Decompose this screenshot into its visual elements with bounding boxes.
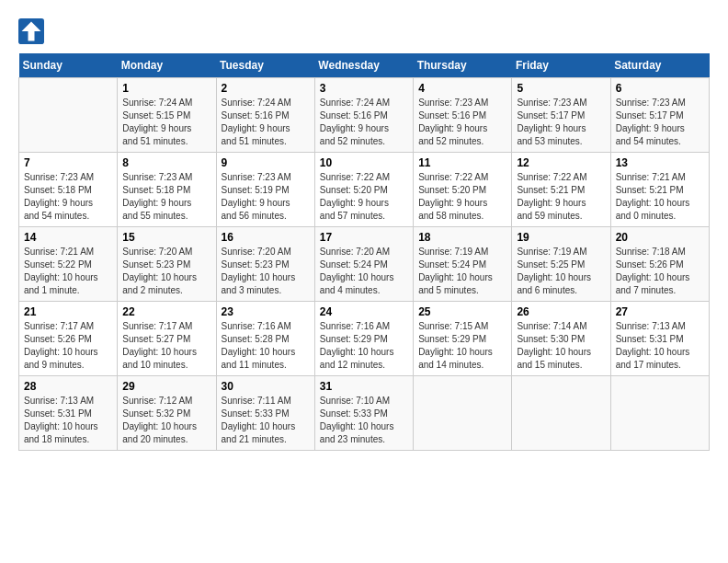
day-info: Sunrise: 7:23 AM Sunset: 5:17 PM Dayligh… [517, 97, 605, 148]
day-info: Sunrise: 7:19 AM Sunset: 5:25 PM Dayligh… [517, 246, 605, 297]
logo-icon [18, 18, 44, 44]
calendar-cell: 11Sunrise: 7:22 AM Sunset: 5:20 PM Dayli… [414, 153, 512, 227]
day-info: Sunrise: 7:17 AM Sunset: 5:27 PM Dayligh… [122, 320, 210, 372]
day-info: Sunrise: 7:20 AM Sunset: 5:24 PM Dayligh… [320, 246, 408, 297]
calendar-cell: 2Sunrise: 7:24 AM Sunset: 5:16 PM Daylig… [216, 78, 314, 153]
day-info: Sunrise: 7:21 AM Sunset: 5:22 PM Dayligh… [24, 246, 112, 297]
calendar-cell: 31Sunrise: 7:10 AM Sunset: 5:33 PM Dayli… [314, 376, 413, 451]
day-info: Sunrise: 7:23 AM Sunset: 5:18 PM Dayligh… [122, 171, 210, 223]
day-info: Sunrise: 7:13 AM Sunset: 5:31 PM Dayligh… [616, 320, 704, 372]
day-number: 12 [517, 156, 605, 169]
calendar-cell: 10Sunrise: 7:22 AM Sunset: 5:20 PM Dayli… [314, 153, 413, 227]
calendar-cell: 25Sunrise: 7:15 AM Sunset: 5:29 PM Dayli… [414, 302, 512, 376]
logo [18, 18, 48, 44]
calendar-week-0: 1Sunrise: 7:24 AM Sunset: 5:15 PM Daylig… [19, 78, 710, 153]
day-info: Sunrise: 7:20 AM Sunset: 5:23 PM Dayligh… [122, 246, 210, 297]
page-header [18, 18, 710, 44]
calendar-cell: 24Sunrise: 7:16 AM Sunset: 5:29 PM Dayli… [314, 302, 413, 376]
calendar-cell: 6Sunrise: 7:23 AM Sunset: 5:17 PM Daylig… [610, 78, 709, 153]
weekday-header-monday: Monday [118, 53, 216, 78]
day-number: 28 [24, 380, 112, 393]
day-number: 24 [320, 305, 408, 318]
day-number: 30 [222, 380, 310, 393]
day-number: 8 [122, 156, 210, 169]
calendar-cell: 12Sunrise: 7:22 AM Sunset: 5:21 PM Dayli… [512, 153, 610, 227]
day-number: 7 [24, 156, 112, 169]
day-number: 25 [418, 305, 506, 318]
calendar-cell: 17Sunrise: 7:20 AM Sunset: 5:24 PM Dayli… [314, 227, 413, 302]
calendar-body: 1Sunrise: 7:24 AM Sunset: 5:15 PM Daylig… [19, 78, 710, 451]
calendar-cell: 15Sunrise: 7:20 AM Sunset: 5:23 PM Dayli… [118, 227, 216, 302]
calendar-cell: 26Sunrise: 7:14 AM Sunset: 5:30 PM Dayli… [512, 302, 610, 376]
day-number: 22 [122, 305, 210, 318]
weekday-header-sunday: Sunday [19, 53, 118, 78]
day-info: Sunrise: 7:14 AM Sunset: 5:30 PM Dayligh… [517, 320, 605, 372]
weekday-header-tuesday: Tuesday [216, 53, 314, 78]
day-info: Sunrise: 7:20 AM Sunset: 5:23 PM Dayligh… [222, 246, 310, 297]
calendar-cell: 30Sunrise: 7:11 AM Sunset: 5:33 PM Dayli… [216, 376, 314, 451]
day-number: 4 [418, 82, 506, 95]
calendar-cell: 4Sunrise: 7:23 AM Sunset: 5:16 PM Daylig… [414, 78, 512, 153]
day-number: 14 [24, 231, 112, 244]
day-number: 9 [222, 156, 310, 169]
day-number: 23 [222, 305, 310, 318]
calendar-cell [512, 376, 610, 451]
day-info: Sunrise: 7:23 AM Sunset: 5:16 PM Dayligh… [418, 97, 506, 148]
calendar-cell [414, 376, 512, 451]
calendar-cell: 29Sunrise: 7:12 AM Sunset: 5:32 PM Dayli… [118, 376, 216, 451]
day-number: 19 [517, 231, 605, 244]
calendar-cell: 18Sunrise: 7:19 AM Sunset: 5:24 PM Dayli… [414, 227, 512, 302]
day-number: 21 [24, 305, 112, 318]
calendar-cell: 21Sunrise: 7:17 AM Sunset: 5:26 PM Dayli… [19, 302, 118, 376]
day-number: 5 [517, 82, 605, 95]
calendar-cell [19, 78, 118, 153]
weekday-header-friday: Friday [512, 53, 610, 78]
day-number: 13 [616, 156, 704, 169]
calendar-cell: 14Sunrise: 7:21 AM Sunset: 5:22 PM Dayli… [19, 227, 118, 302]
day-number: 10 [320, 156, 408, 169]
day-number: 2 [222, 82, 310, 95]
day-number: 6 [616, 82, 704, 95]
calendar-cell: 23Sunrise: 7:16 AM Sunset: 5:28 PM Dayli… [216, 302, 314, 376]
calendar-cell: 27Sunrise: 7:13 AM Sunset: 5:31 PM Dayli… [610, 302, 709, 376]
calendar-cell: 1Sunrise: 7:24 AM Sunset: 5:15 PM Daylig… [118, 78, 216, 153]
day-info: Sunrise: 7:18 AM Sunset: 5:26 PM Dayligh… [616, 246, 704, 297]
day-info: Sunrise: 7:23 AM Sunset: 5:19 PM Dayligh… [222, 171, 310, 223]
day-info: Sunrise: 7:11 AM Sunset: 5:33 PM Dayligh… [222, 395, 310, 446]
day-number: 15 [122, 231, 210, 244]
day-number: 11 [418, 156, 506, 169]
weekday-header-thursday: Thursday [414, 53, 512, 78]
day-info: Sunrise: 7:12 AM Sunset: 5:32 PM Dayligh… [122, 395, 210, 446]
day-info: Sunrise: 7:16 AM Sunset: 5:29 PM Dayligh… [320, 320, 408, 372]
calendar-week-1: 7Sunrise: 7:23 AM Sunset: 5:18 PM Daylig… [19, 153, 710, 227]
calendar-cell: 16Sunrise: 7:20 AM Sunset: 5:23 PM Dayli… [216, 227, 314, 302]
calendar-week-3: 21Sunrise: 7:17 AM Sunset: 5:26 PM Dayli… [19, 302, 710, 376]
day-info: Sunrise: 7:17 AM Sunset: 5:26 PM Dayligh… [24, 320, 112, 372]
calendar-week-4: 28Sunrise: 7:13 AM Sunset: 5:31 PM Dayli… [19, 376, 710, 451]
day-number: 20 [616, 231, 704, 244]
calendar-week-2: 14Sunrise: 7:21 AM Sunset: 5:22 PM Dayli… [19, 227, 710, 302]
day-number: 29 [122, 380, 210, 393]
weekday-header-saturday: Saturday [610, 53, 709, 78]
day-info: Sunrise: 7:24 AM Sunset: 5:16 PM Dayligh… [222, 97, 310, 148]
day-number: 18 [418, 231, 506, 244]
calendar-cell [610, 376, 709, 451]
calendar-cell: 9Sunrise: 7:23 AM Sunset: 5:19 PM Daylig… [216, 153, 314, 227]
day-info: Sunrise: 7:19 AM Sunset: 5:24 PM Dayligh… [418, 246, 506, 297]
calendar-cell: 7Sunrise: 7:23 AM Sunset: 5:18 PM Daylig… [19, 153, 118, 227]
day-info: Sunrise: 7:10 AM Sunset: 5:33 PM Dayligh… [320, 395, 408, 446]
calendar-cell: 20Sunrise: 7:18 AM Sunset: 5:26 PM Dayli… [610, 227, 709, 302]
day-info: Sunrise: 7:22 AM Sunset: 5:21 PM Dayligh… [517, 171, 605, 223]
calendar-cell: 13Sunrise: 7:21 AM Sunset: 5:21 PM Dayli… [610, 153, 709, 227]
day-number: 16 [222, 231, 310, 244]
day-info: Sunrise: 7:16 AM Sunset: 5:28 PM Dayligh… [222, 320, 310, 372]
day-info: Sunrise: 7:24 AM Sunset: 5:15 PM Dayligh… [122, 97, 210, 148]
day-number: 26 [517, 305, 605, 318]
calendar-table: SundayMondayTuesdayWednesdayThursdayFrid… [18, 53, 710, 451]
calendar-cell: 28Sunrise: 7:13 AM Sunset: 5:31 PM Dayli… [19, 376, 118, 451]
day-number: 3 [320, 82, 408, 95]
day-info: Sunrise: 7:23 AM Sunset: 5:17 PM Dayligh… [616, 97, 704, 148]
day-info: Sunrise: 7:22 AM Sunset: 5:20 PM Dayligh… [418, 171, 506, 223]
calendar-cell: 5Sunrise: 7:23 AM Sunset: 5:17 PM Daylig… [512, 78, 610, 153]
day-info: Sunrise: 7:13 AM Sunset: 5:31 PM Dayligh… [24, 395, 112, 446]
